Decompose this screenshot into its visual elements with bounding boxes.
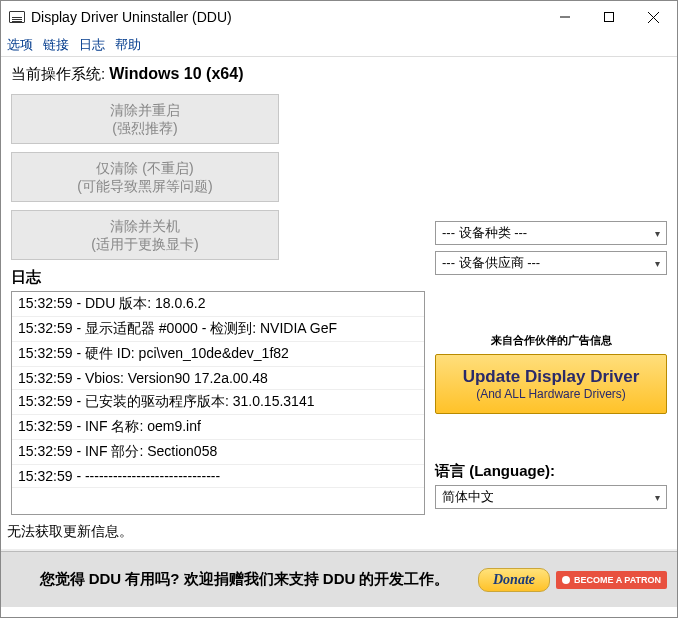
- clean-restart-button[interactable]: 清除并重启 (强烈推荐): [11, 94, 279, 144]
- menubar: 选项 链接 日志 帮助: [1, 33, 677, 57]
- vendor-select[interactable]: --- 设备供应商 --- ▾: [435, 251, 667, 275]
- titlebar: Display Driver Uninstaller (DDU): [1, 1, 677, 33]
- clean-shutdown-l2: (适用于更换显卡): [91, 235, 198, 253]
- minimize-button[interactable]: [543, 3, 587, 31]
- log-line[interactable]: 15:32:59 - 显示适配器 #0000 - 检测到: NVIDIA GeF: [12, 317, 424, 342]
- vendor-value: --- 设备供应商 ---: [442, 254, 540, 272]
- update-driver-l1: Update Display Driver: [442, 367, 660, 387]
- log-line[interactable]: 15:32:59 - DDU 版本: 18.0.6.2: [12, 292, 424, 317]
- window-title: Display Driver Uninstaller (DDU): [31, 9, 543, 25]
- patreon-icon: [562, 576, 570, 584]
- language-value: 简体中文: [442, 488, 494, 506]
- clean-only-l2: (可能导致黑屏等问题): [77, 177, 212, 195]
- language-select[interactable]: 简体中文 ▾: [435, 485, 667, 509]
- donate-bar: 您觉得 DDU 有用吗? 欢迎捐赠我们来支持 DDU 的开发工作。 Donate…: [1, 551, 677, 607]
- log-line[interactable]: 15:32:59 - 已安装的驱动程序版本: 31.0.15.3141: [12, 390, 424, 415]
- patreon-button[interactable]: BECOME A PATRON: [556, 571, 667, 589]
- menu-help[interactable]: 帮助: [115, 36, 141, 54]
- close-button[interactable]: [631, 3, 675, 31]
- donate-button[interactable]: Donate: [478, 568, 550, 592]
- log-header: 日志: [11, 268, 425, 287]
- log-line[interactable]: 15:32:59 - 硬件 ID: pci\ven_10de&dev_1f82: [12, 342, 424, 367]
- update-driver-l2: (And ALL Hardware Drivers): [442, 387, 660, 401]
- patreon-label: BECOME A PATRON: [574, 575, 661, 585]
- chevron-down-icon: ▾: [655, 492, 660, 503]
- clean-restart-l1: 清除并重启: [110, 101, 180, 119]
- os-row: 当前操作系统: Windows 10 (x64): [11, 61, 425, 94]
- device-type-value: --- 设备种类 ---: [442, 224, 527, 242]
- os-label: 当前操作系统:: [11, 65, 109, 82]
- chevron-down-icon: ▾: [655, 258, 660, 269]
- os-value: Windows 10 (x64): [109, 65, 243, 82]
- menu-options[interactable]: 选项: [7, 36, 33, 54]
- log-line[interactable]: 15:32:59 - INF 名称: oem9.inf: [12, 415, 424, 440]
- device-type-select[interactable]: --- 设备种类 --- ▾: [435, 221, 667, 245]
- log-line[interactable]: 15:32:59 - Vbios: Version90 17.2a.00.48: [12, 367, 424, 390]
- clean-shutdown-l1: 清除并关机: [110, 217, 180, 235]
- log-box[interactable]: 15:32:59 - DDU 版本: 18.0.6.2 15:32:59 - 显…: [11, 291, 425, 515]
- donate-message: 您觉得 DDU 有用吗? 欢迎捐赠我们来支持 DDU 的开发工作。: [11, 570, 478, 589]
- log-line[interactable]: 15:32:59 - -----------------------------: [12, 465, 424, 488]
- menu-log[interactable]: 日志: [79, 36, 105, 54]
- app-icon: [9, 11, 25, 23]
- clean-only-l1: 仅清除 (不重启): [96, 159, 193, 177]
- menu-links[interactable]: 链接: [43, 36, 69, 54]
- partner-label: 来自合作伙伴的广告信息: [435, 333, 667, 348]
- log-line[interactable]: 15:32:59 - INF 部分: Section058: [12, 440, 424, 465]
- clean-restart-l2: (强烈推荐): [112, 119, 177, 137]
- clean-shutdown-button[interactable]: 清除并关机 (适用于更换显卡): [11, 210, 279, 260]
- update-driver-button[interactable]: Update Display Driver (And ALL Hardware …: [435, 354, 667, 414]
- clean-only-button[interactable]: 仅清除 (不重启) (可能导致黑屏等问题): [11, 152, 279, 202]
- maximize-button[interactable]: [587, 3, 631, 31]
- language-label: 语言 (Language):: [435, 462, 667, 481]
- status-bar: 无法获取更新信息。: [1, 515, 677, 551]
- chevron-down-icon: ▾: [655, 228, 660, 239]
- svg-rect-1: [605, 13, 614, 22]
